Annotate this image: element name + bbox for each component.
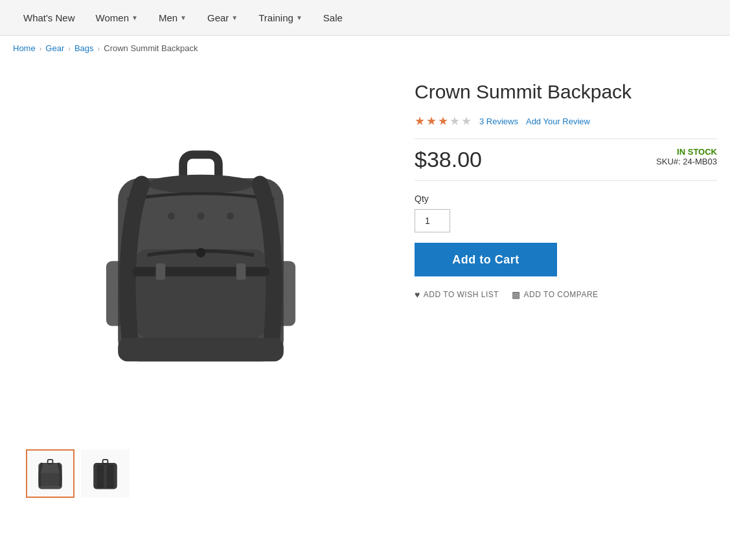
breadcrumb-separator: › xyxy=(98,45,100,52)
svg-rect-8 xyxy=(156,263,166,280)
nav-item-men[interactable]: Men ▼ xyxy=(148,0,197,35)
star-4: ★ xyxy=(450,114,460,128)
product-info: Crown Summit Backpack ★ ★ ★ ★ ★ 3 Review… xyxy=(415,74,717,498)
svg-rect-19 xyxy=(97,464,103,488)
star-5: ★ xyxy=(461,114,472,128)
compare-label: ADD TO COMPARE xyxy=(524,290,599,299)
stock-status: IN STOCK xyxy=(656,147,717,157)
product-image-section xyxy=(13,74,389,498)
wishlist-label: ADD TO WISH LIST xyxy=(424,290,499,299)
star-3: ★ xyxy=(438,114,448,128)
qty-label: Qty xyxy=(415,194,717,204)
qty-input[interactable] xyxy=(415,209,450,232)
breadcrumb-home[interactable]: Home xyxy=(13,43,36,53)
compare-icon: ▩ xyxy=(512,289,521,300)
product-title: Crown Summit Backpack xyxy=(415,80,717,104)
chevron-down-icon: ▼ xyxy=(296,14,302,21)
rating-row: ★ ★ ★ ★ ★ 3 Reviews Add Your Review xyxy=(415,114,717,128)
chevron-down-icon: ▼ xyxy=(131,14,138,21)
star-rating: ★ ★ ★ ★ ★ xyxy=(415,114,472,128)
chevron-down-icon: ▼ xyxy=(231,14,238,21)
breadcrumb-separator: › xyxy=(40,45,42,52)
price-row: $38.00 IN STOCK SKU#: 24-MB03 xyxy=(415,139,717,181)
add-review-link[interactable]: Add Your Review xyxy=(526,117,590,126)
backpack-image-svg xyxy=(78,119,324,391)
sku-value: 24-MB03 xyxy=(683,157,717,166)
heart-icon: ♥ xyxy=(415,289,420,300)
svg-rect-20 xyxy=(107,464,113,488)
sku-info: SKU#: 24-MB03 xyxy=(656,157,717,166)
breadcrumb: Home › Gear › Bags › Crown Summit Backpa… xyxy=(0,36,730,61)
svg-rect-3 xyxy=(136,249,266,338)
nav-item-gear[interactable]: Gear ▼ xyxy=(197,0,248,35)
add-to-compare-button[interactable]: ▩ ADD TO COMPARE xyxy=(512,289,599,300)
stock-sku-section: IN STOCK SKU#: 24-MB03 xyxy=(656,147,717,166)
wishlist-compare-row: ♥ ADD TO WISH LIST ▩ ADD TO COMPARE xyxy=(415,289,717,300)
svg-point-12 xyxy=(198,212,205,219)
reviews-count-link[interactable]: 3 Reviews xyxy=(479,117,518,126)
star-1: ★ xyxy=(415,114,425,128)
svg-point-13 xyxy=(227,212,234,219)
svg-rect-16 xyxy=(41,473,60,486)
svg-rect-7 xyxy=(132,267,269,276)
star-2: ★ xyxy=(426,114,437,128)
nav-item-women[interactable]: Women ▼ xyxy=(86,0,148,35)
svg-rect-9 xyxy=(236,263,246,280)
top-navigation: What's New Women ▼ Men ▼ Gear ▼ Training… xyxy=(0,0,730,36)
product-container: Crown Summit Backpack ★ ★ ★ ★ ★ 3 Review… xyxy=(0,61,730,498)
product-thumbnails xyxy=(13,449,130,498)
product-main-image xyxy=(19,74,382,436)
product-price: $38.00 xyxy=(415,147,482,172)
nav-item-sale[interactable]: Sale xyxy=(313,0,353,35)
sku-label: SKU#: xyxy=(656,157,681,166)
nav-item-whats-new[interactable]: What's New xyxy=(13,0,86,35)
thumbnail-2[interactable] xyxy=(81,449,130,498)
breadcrumb-separator: › xyxy=(68,45,71,52)
add-to-wishlist-button[interactable]: ♥ ADD TO WISH LIST xyxy=(415,289,499,300)
svg-point-2 xyxy=(148,175,254,194)
svg-point-4 xyxy=(196,248,206,258)
nav-item-training[interactable]: Training ▼ xyxy=(248,0,313,35)
svg-rect-10 xyxy=(118,338,284,362)
thumbnail-1[interactable] xyxy=(26,449,74,498)
add-to-cart-button[interactable]: Add to Cart xyxy=(415,243,557,276)
chevron-down-icon: ▼ xyxy=(180,14,187,21)
breadcrumb-gear[interactable]: Gear xyxy=(45,43,64,53)
breadcrumb-current: Crown Summit Backpack xyxy=(104,43,198,53)
svg-point-11 xyxy=(168,212,175,219)
breadcrumb-bags[interactable]: Bags xyxy=(74,43,94,53)
